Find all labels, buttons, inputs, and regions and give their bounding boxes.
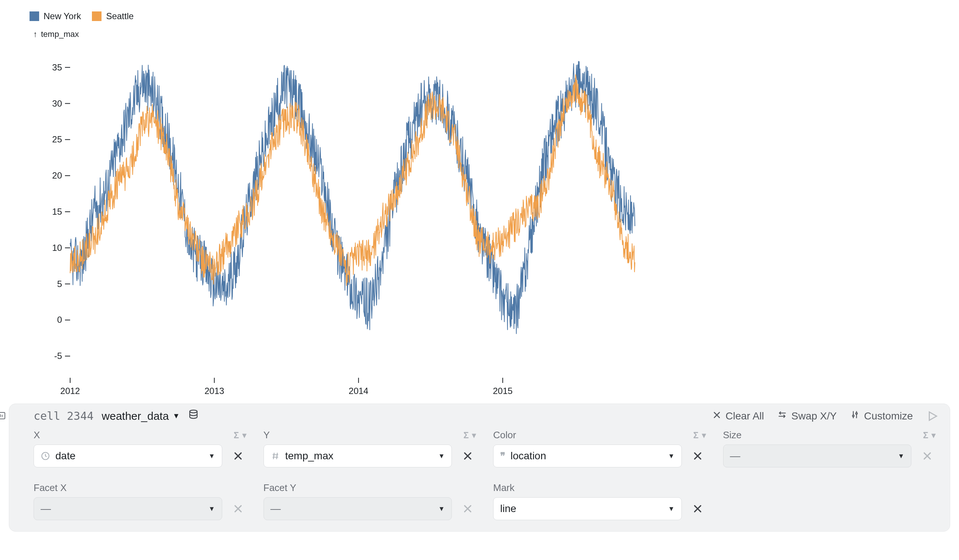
chart-config-panel: cell 2344 weather_data ▼ Clear All	[9, 404, 950, 531]
clock-icon	[41, 451, 50, 461]
field-label: Mark	[493, 482, 515, 493]
swap-xy-button[interactable]: Swap X/Y	[777, 410, 837, 422]
svg-text:35: 35	[52, 62, 62, 72]
chevron-down-icon: ▼	[668, 505, 675, 513]
chevron-down-icon: ▼	[172, 412, 180, 420]
field-y: Y Σ▾ temp_max ▼	[264, 430, 480, 468]
chevron-down-icon: ▼	[209, 452, 215, 460]
svg-point-28	[852, 415, 854, 417]
quote-icon: ❞	[500, 450, 505, 462]
aggregate-toggle[interactable]: Σ▾	[923, 430, 936, 441]
hash-icon	[271, 451, 280, 461]
clear-y-button[interactable]	[456, 444, 479, 468]
y-select[interactable]: temp_max ▼	[264, 444, 452, 468]
field-x: X Σ▾ date ▼	[33, 430, 250, 468]
x-value: date	[55, 450, 76, 462]
legend-label: New York	[43, 11, 81, 21]
clear-facet-x-button[interactable]	[227, 497, 250, 520]
clear-size-button[interactable]	[916, 444, 939, 468]
size-select[interactable]: — ▼	[723, 444, 912, 468]
aggregate-toggle[interactable]: Σ▾	[693, 430, 706, 441]
chevron-down-icon: ▼	[209, 505, 215, 513]
svg-text:20: 20	[52, 170, 62, 180]
facet-x-select[interactable]: — ▼	[33, 497, 222, 520]
facet-y-select[interactable]: — ▼	[264, 497, 452, 520]
svg-text:2012: 2012	[60, 386, 80, 396]
dataset-name: weather_data	[102, 410, 169, 422]
y-axis-title: ↑ temp_max	[33, 30, 937, 39]
color-select[interactable]: ❞ location ▼	[493, 444, 682, 468]
color-value: location	[510, 450, 546, 462]
chevron-down-icon: ▼	[898, 452, 904, 460]
svg-text:5: 5	[57, 279, 62, 289]
svg-text:0: 0	[57, 315, 62, 325]
chevron-down-icon: ▼	[438, 452, 445, 460]
svg-point-27	[190, 410, 197, 413]
dataset-select[interactable]: weather_data ▼	[102, 410, 180, 422]
arrow-up-icon: ↑	[33, 30, 37, 39]
field-label: Facet X	[33, 482, 67, 493]
line-chart: -5051015202530352012201320142015	[22, 42, 642, 404]
swap-xy-label: Swap X/Y	[792, 410, 837, 422]
chevron-down-icon: ▾	[472, 430, 476, 441]
x-select[interactable]: date ▼	[33, 444, 222, 468]
customize-label: Customize	[864, 410, 913, 422]
y-axis-label: temp_max	[41, 30, 79, 39]
mark-value: line	[500, 503, 516, 515]
field-label: X	[33, 430, 40, 441]
swap-icon	[777, 410, 787, 422]
facet-y-value: —	[271, 503, 281, 515]
field-label: Color	[493, 430, 516, 441]
run-button[interactable]	[926, 410, 939, 422]
sliders-icon	[850, 410, 860, 422]
legend-item: New York	[30, 11, 81, 21]
field-facet-y: Facet Y — ▼	[264, 482, 480, 520]
size-value: —	[730, 450, 741, 462]
clear-facet-y-button[interactable]	[456, 497, 479, 520]
clear-color-button[interactable]	[686, 444, 709, 468]
svg-point-29	[855, 413, 857, 414]
legend-label: Seattle	[106, 11, 134, 21]
clear-all-label: Clear All	[726, 410, 764, 422]
facet-x-value: —	[41, 503, 51, 515]
clear-x-button[interactable]	[227, 444, 250, 468]
customize-button[interactable]: Customize	[850, 410, 913, 422]
chevron-down-icon: ▾	[931, 430, 936, 441]
cell-id: cell 2344	[33, 409, 94, 422]
field-mark: Mark line ▼	[493, 482, 709, 520]
svg-text:10: 10	[52, 243, 62, 253]
field-size: Size Σ▾ — ▼	[723, 430, 939, 468]
clear-mark-button[interactable]	[686, 497, 709, 520]
chart-legend: New York Seattle	[30, 11, 937, 21]
field-facet-x: Facet X — ▼	[33, 482, 250, 520]
close-icon	[712, 410, 721, 422]
legend-swatch-ny	[30, 11, 39, 21]
svg-text:-5: -5	[54, 351, 62, 361]
legend-swatch-seattle	[92, 11, 102, 21]
aggregate-toggle[interactable]: Σ▾	[464, 430, 476, 441]
svg-text:15: 15	[52, 207, 62, 216]
field-label: Y	[264, 430, 270, 441]
clear-all-button[interactable]: Clear All	[712, 410, 764, 422]
legend-item: Seattle	[92, 11, 134, 21]
svg-text:25: 25	[52, 134, 62, 144]
chevron-down-icon: ▾	[702, 430, 706, 441]
svg-text:2013: 2013	[204, 386, 224, 396]
chevron-down-icon: ▼	[438, 505, 445, 513]
svg-text:30: 30	[52, 99, 62, 108]
svg-text:2015: 2015	[493, 386, 512, 396]
field-color: Color Σ▾ ❞ location ▼	[493, 430, 709, 468]
database-icon[interactable]	[188, 409, 199, 423]
field-label: Size	[723, 430, 742, 441]
svg-text:2014: 2014	[349, 386, 368, 396]
y-value: temp_max	[285, 450, 334, 462]
aggregate-toggle[interactable]: Σ▾	[234, 430, 246, 441]
field-label: Facet Y	[264, 482, 296, 493]
chevron-down-icon: ▾	[242, 430, 247, 441]
chevron-down-icon: ▼	[668, 452, 675, 460]
mark-select[interactable]: line ▼	[493, 497, 682, 520]
chart-cell-icon	[0, 410, 6, 423]
